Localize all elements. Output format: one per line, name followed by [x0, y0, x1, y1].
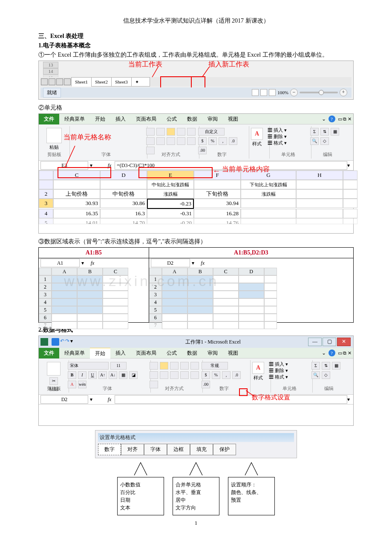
- percent-icon[interactable]: %: [212, 371, 220, 379]
- tab-layout[interactable]: 页面布局: [131, 114, 161, 124]
- fill-icon[interactable]: ▦: [332, 362, 340, 370]
- sort-icon[interactable]: ⇅: [322, 362, 330, 370]
- comma-icon[interactable]: ,: [222, 371, 231, 379]
- maximize-button[interactable]: ▢: [323, 338, 336, 346]
- row-header[interactable]: 5: [39, 218, 53, 224]
- find-icon[interactable]: 🔍: [311, 371, 320, 379]
- align-bottom-icon[interactable]: [167, 128, 175, 136]
- cell[interactable]: 中旬价格: [100, 189, 147, 199]
- col-header[interactable]: A: [162, 268, 187, 275]
- tab-review[interactable]: 审阅: [202, 114, 223, 124]
- col-header[interactable]: C: [103, 268, 128, 275]
- row-header[interactable]: 4: [39, 298, 52, 306]
- cell[interactable]: 14.70: [100, 218, 147, 224]
- nav-first-icon[interactable]: [41, 78, 48, 85]
- cell[interactable]: 下旬比上旬涨跌幅: [241, 180, 296, 189]
- format-label[interactable]: 格式: [275, 374, 284, 379]
- tab-insert[interactable]: 插入: [110, 114, 131, 124]
- cell[interactable]: 下旬价格: [194, 189, 241, 199]
- cell[interactable]: 16.3: [100, 209, 147, 218]
- tab-file[interactable]: 文件: [39, 348, 59, 358]
- tab-view[interactable]: 视图: [223, 114, 243, 124]
- sheet-tab-1[interactable]: Sheet1: [71, 77, 92, 87]
- minimize-button[interactable]: —: [308, 338, 322, 346]
- tab-data[interactable]: 数据: [182, 348, 202, 358]
- row-header[interactable]: 1: [39, 275, 52, 283]
- paste-icon[interactable]: [47, 362, 61, 376]
- row-header[interactable]: 3: [39, 291, 52, 298]
- nav-last-icon[interactable]: [64, 78, 71, 85]
- align-mid-icon[interactable]: [156, 128, 165, 136]
- increase-decimal-icon[interactable]: .0: [229, 137, 237, 145]
- zoom-slider[interactable]: [300, 92, 338, 93]
- tab-classic[interactable]: 经典菜单: [59, 114, 90, 124]
- font-name-combo[interactable]: 宋体: [68, 362, 109, 370]
- font-size-combo[interactable]: 11: [110, 362, 127, 370]
- row-header[interactable]: 6: [39, 314, 52, 321]
- align-center-icon[interactable]: [150, 371, 158, 379]
- row-header[interactable]: 5: [39, 306, 52, 314]
- cell[interactable]: -0.31: [147, 209, 194, 218]
- row-header[interactable]: 4: [149, 298, 162, 306]
- nav-prev-icon[interactable]: [49, 78, 55, 85]
- indent-inc-icon[interactable]: [190, 371, 199, 379]
- dlg-tab-protect[interactable]: 保护: [213, 444, 236, 455]
- comma-icon[interactable]: ,: [219, 137, 227, 145]
- clear-icon[interactable]: ◇: [322, 371, 330, 379]
- delete-label[interactable]: 删除: [275, 368, 284, 373]
- view-pagebreak-icon[interactable]: [269, 89, 276, 96]
- indent-dec-icon[interactable]: [180, 371, 189, 379]
- cell[interactable]: 14.76: [194, 218, 241, 224]
- increase-decimal-icon[interactable]: .0: [232, 371, 241, 379]
- align-top-icon[interactable]: [146, 128, 155, 136]
- tab-data[interactable]: 数据: [182, 114, 202, 124]
- tab-formula[interactable]: 公式: [161, 348, 182, 358]
- fx-icon[interactable]: fx: [104, 396, 115, 403]
- align-left-icon[interactable]: [187, 128, 196, 136]
- formula-input[interactable]: [115, 395, 347, 404]
- align-bottom-icon[interactable]: [170, 362, 179, 370]
- row-header[interactable]: 1: [149, 275, 162, 283]
- dlg-tab-number[interactable]: 数字: [98, 444, 121, 455]
- indent-inc-icon[interactable]: [187, 137, 196, 145]
- row-header[interactable]: 3: [39, 199, 53, 208]
- percent-icon[interactable]: %: [208, 137, 217, 145]
- col-header[interactable]: B: [77, 268, 103, 275]
- wrap-text-icon[interactable]: [180, 362, 189, 370]
- row-header[interactable]: 7: [149, 321, 162, 329]
- insert-sheet-button[interactable]: ✦: [131, 77, 150, 87]
- tab-insert[interactable]: 插入: [110, 348, 131, 358]
- grow-font-icon[interactable]: A↑: [98, 371, 107, 379]
- insert-label[interactable]: 插入: [275, 361, 284, 367]
- dlg-tab-border[interactable]: 边框: [167, 444, 190, 455]
- cell[interactable]: 30.94: [194, 199, 241, 208]
- autosum-icon[interactable]: Σ: [311, 362, 320, 370]
- name-box[interactable]: D2: [151, 259, 190, 267]
- active-cell[interactable]: -0.23: [147, 199, 194, 209]
- col-header[interactable]: A: [52, 268, 77, 275]
- cell[interactable]: 16.28: [194, 209, 241, 218]
- redo-icon[interactable]: ↷: [65, 338, 69, 346]
- clear-icon[interactable]: ◇: [320, 137, 329, 145]
- tab-classic[interactable]: 经典菜单: [59, 348, 90, 358]
- row-header[interactable]: 2: [149, 283, 162, 291]
- row-header[interactable]: 2: [39, 189, 53, 199]
- zoom-out-button[interactable]: −: [290, 89, 298, 96]
- cell[interactable]: 16.35: [53, 209, 100, 218]
- cut-icon[interactable]: ✂: [49, 377, 58, 385]
- align-right-icon[interactable]: [160, 371, 168, 379]
- currency-icon[interactable]: $: [202, 371, 210, 379]
- tab-review[interactable]: 审阅: [202, 348, 223, 358]
- row-header[interactable]: 5: [149, 306, 162, 314]
- tab-home[interactable]: 开始: [90, 347, 110, 359]
- undo-icon[interactable]: ↶: [60, 338, 64, 346]
- wrap-text-icon[interactable]: [177, 128, 185, 136]
- insert-label[interactable]: 插入: [274, 127, 283, 133]
- view-pagelayout-icon[interactable]: [260, 89, 267, 96]
- cell[interactable]: 30.86: [100, 199, 147, 208]
- nav-next-icon[interactable]: [56, 78, 63, 85]
- bold-icon[interactable]: B: [68, 371, 76, 379]
- fill-color-icon[interactable]: ◪: [129, 371, 138, 379]
- col-header[interactable]: B: [187, 268, 213, 275]
- fx-icon[interactable]: fx: [87, 260, 98, 266]
